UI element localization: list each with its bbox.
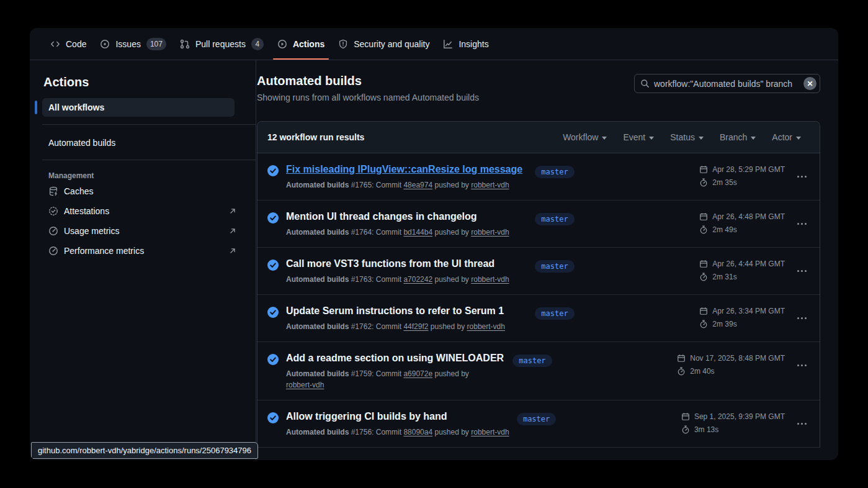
run-date: Apr 26, 4:48 PM GMT [712,212,785,221]
run-title-link[interactable]: Allow triggering CI builds by hand [286,411,447,422]
run-menu-button[interactable] [794,263,810,278]
run-menu-button[interactable] [794,216,810,231]
run-duration: 2m 49s [712,225,736,234]
run-title-link[interactable]: Update Serum instructions to refer to Se… [286,305,504,317]
author-link[interactable]: robbert-vdh [286,381,324,389]
tab-issues[interactable]: Issues 107 [93,28,173,60]
sidebar-item-label: Performance metrics [64,246,223,256]
tab-pull-requests-label: Pull requests [195,39,246,49]
actions-sidebar: Actions All workflows Automated builds M… [30,60,256,460]
filter-actor[interactable]: Actor [772,132,801,142]
run-menu-button[interactable] [794,169,810,184]
author-link[interactable]: robbert-vdh [471,275,509,284]
commit-link[interactable]: a702242 [403,275,432,284]
tab-actions[interactable]: Actions [271,28,331,60]
meter-icon [48,246,58,256]
chevron-down-icon [699,137,704,140]
branch-badge[interactable]: master [535,307,574,320]
sidebar-item-label: Caches [64,186,237,196]
run-title-link[interactable]: Fix misleading IPlugView::canResize log … [286,164,522,175]
run-workflow-name: Automated builds [286,428,349,436]
commit-link[interactable]: 48ea974 [403,181,432,189]
branch-badge[interactable]: master [517,413,556,425]
tab-security[interactable]: Security and quality [331,28,436,60]
sidebar-item-usage-metrics[interactable]: Usage metrics [42,221,243,241]
sidebar-divider [42,124,256,125]
run-duration: 2m 39s [712,320,736,328]
author-link[interactable]: robbert-vdh [467,322,505,331]
run-menu-button[interactable] [794,416,810,431]
tab-pull-requests[interactable]: Pull requests 4 [173,28,271,60]
run-menu-button[interactable] [794,310,810,325]
run-menu-button[interactable] [794,358,810,373]
run-date: Apr 26, 3:34 PM GMT [712,307,785,315]
author-link[interactable]: robbert-vdh [471,428,509,436]
stopwatch-icon [699,273,708,281]
filter-status[interactable]: Status [670,132,704,142]
branch-badge[interactable]: master [535,213,574,225]
branch-badge[interactable]: master [535,260,574,273]
run-date: Apr 26, 4:44 PM GMT [712,260,785,268]
commit-link[interactable]: a69072e [403,369,432,378]
sidebar-item-caches[interactable]: Caches [42,181,243,201]
check-circle-icon [267,412,279,423]
run-title-link[interactable]: Mention UI thread changes in changelog [286,211,477,222]
tab-code[interactable]: Code [43,28,93,60]
run-meta: Apr 26, 4:48 PM GMT 2m 49s [699,211,785,234]
issues-count-badge: 107 [146,38,166,50]
run-workflow-name: Automated builds [286,275,349,284]
workflow-run-row: Allow triggering CI builds by hand Autom… [257,400,820,448]
stopwatch-icon [699,320,708,328]
graph-icon [443,39,453,49]
check-circle-icon [267,165,279,176]
workflow-run-row: Call more VST3 functions from the UI thr… [257,248,820,295]
workflow-run-row: Fix misleading IPlugView::canResize log … [257,153,820,201]
filter-branch[interactable]: Branch [720,132,756,142]
author-link[interactable]: robbert-vdh [471,228,509,237]
run-workflow-name: Automated builds [286,228,349,237]
sidebar-item-all-workflows[interactable]: All workflows [42,98,235,117]
commit-link[interactable]: bd144b4 [403,228,432,237]
author-link[interactable]: robbert-vdh [471,181,509,189]
run-number: #1764: [351,228,374,237]
stopwatch-icon [677,367,686,376]
management-section-label: Management [42,168,251,181]
search-input[interactable] [654,79,799,89]
verified-icon [48,206,58,216]
link-preview-statusbar: github.com/robbert-vdh/yabridge/actions/… [31,442,258,459]
commit-link[interactable]: 88090a4 [403,428,432,436]
run-subtitle: Automated builds #1763: Commit a702242 p… [286,274,535,285]
calendar-icon [699,260,708,268]
search-icon [640,79,650,88]
sidebar-item-performance-metrics[interactable]: Performance metrics [42,241,243,261]
repo-nav: Code Issues 107 Pull requests 4 Actions … [30,28,838,60]
search-clear-button[interactable]: ✕ [803,77,817,90]
stopwatch-icon [699,225,708,234]
calendar-icon [699,307,708,315]
shield-icon [338,39,348,49]
run-workflow-name: Automated builds [286,181,349,189]
page-title: Automated builds [257,74,479,88]
run-meta: Apr 26, 3:34 PM GMT 2m 39s [699,305,785,328]
tab-insights[interactable]: Insights [436,28,495,60]
run-meta: Apr 28, 5:29 PM GMT 2m 35s [699,164,785,187]
workflow-run-row: Update Serum instructions to refer to Se… [257,295,820,342]
commit-link[interactable]: 44f29f2 [403,322,428,331]
run-title-link[interactable]: Add a readme section on using WINELOADER [286,353,504,364]
run-subtitle: Automated builds #1756: Commit 88090a4 p… [286,427,517,438]
run-date: Sep 1, 2025, 9:39 PM GMT [694,412,785,421]
run-subtitle: Automated builds #1764: Commit bd144b4 p… [286,227,535,238]
branch-badge[interactable]: master [535,166,574,178]
chevron-down-icon [751,137,756,140]
branch-badge[interactable]: master [512,355,552,367]
filter-event[interactable]: Event [623,132,654,142]
filter-workflow[interactable]: Workflow [563,132,607,142]
clear-icon: ✕ [807,80,813,88]
sidebar-item-automated-builds[interactable]: Automated builds [42,133,235,152]
play-circle-icon [277,39,287,49]
sidebar-item-attestations[interactable]: Attestations [42,201,243,221]
results-count: 12 workflow run results [267,132,364,142]
run-filters: Workflow Event Status Branch Actor [563,132,801,142]
tab-insights-label: Insights [459,39,488,49]
run-title-link[interactable]: Call more VST3 functions from the UI thr… [286,258,494,269]
